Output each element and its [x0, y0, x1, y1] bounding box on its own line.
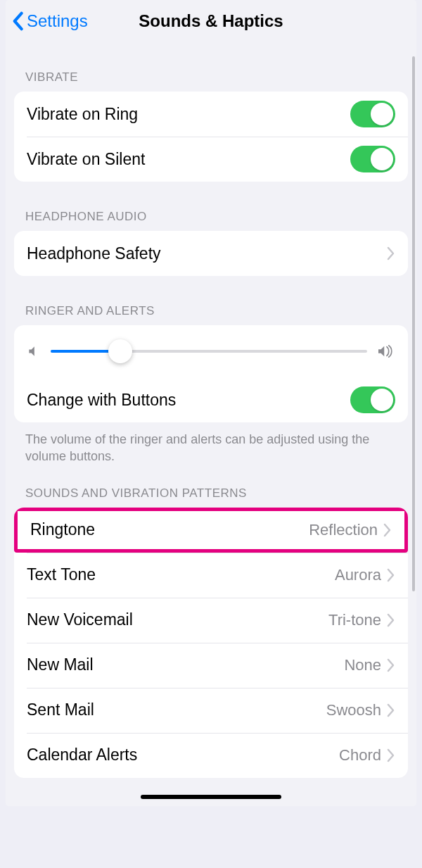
- section-header-headphone: HEADPHONE AUDIO: [6, 182, 416, 231]
- row-label: New Mail: [27, 655, 344, 674]
- chevron-right-icon: [387, 568, 395, 582]
- group-ringer: Change with Buttons: [14, 325, 408, 422]
- chevron-left-icon: [11, 11, 24, 31]
- row-value: Reflection: [309, 521, 378, 539]
- footer-note-ringer: The volume of the ringer and alerts can …: [6, 422, 416, 468]
- group-headphone: Headphone Safety: [14, 231, 408, 276]
- slider-thumb[interactable]: [108, 339, 132, 363]
- row-label: New Voicemail: [27, 610, 328, 629]
- row-label: Calendar Alerts: [27, 746, 339, 765]
- toggle-vibrate-on-ring[interactable]: [350, 101, 395, 127]
- row-vibrate-on-ring[interactable]: Vibrate on Ring: [14, 92, 408, 137]
- volume-high-icon: [377, 344, 395, 359]
- back-label: Settings: [27, 11, 88, 31]
- row-label: Vibrate on Silent: [27, 150, 350, 169]
- row-value: Tri-tone: [328, 611, 381, 629]
- toggle-change-with-buttons[interactable]: [350, 386, 395, 413]
- back-button[interactable]: Settings: [11, 11, 88, 31]
- chevron-right-icon: [387, 658, 395, 672]
- chevron-right-icon: [387, 613, 395, 627]
- row-label: Headphone Safety: [27, 244, 387, 263]
- chevron-right-icon: [387, 246, 395, 260]
- group-vibrate: Vibrate on Ring Vibrate on Silent: [14, 92, 408, 182]
- row-change-with-buttons[interactable]: Change with Buttons: [14, 377, 408, 422]
- toggle-vibrate-on-silent[interactable]: [350, 146, 395, 172]
- settings-screen: Settings Sounds & Haptics VIBRATE Vibrat…: [6, 0, 416, 806]
- navbar: Settings Sounds & Haptics: [6, 0, 416, 42]
- group-patterns: RingtoneReflectionText ToneAuroraNew Voi…: [14, 508, 408, 778]
- row-label: Change with Buttons: [27, 391, 350, 410]
- row-volume-slider: [14, 325, 408, 377]
- row-label: Ringtone: [30, 520, 309, 539]
- row-value: Swoosh: [326, 701, 381, 719]
- volume-low-icon: [27, 344, 41, 358]
- row-label: Sent Mail: [27, 700, 326, 719]
- home-indicator: [141, 795, 281, 799]
- row-headphone-safety[interactable]: Headphone Safety: [14, 231, 408, 276]
- row-text-tone[interactable]: Text ToneAurora: [14, 553, 408, 598]
- row-value: None: [344, 656, 381, 674]
- volume-slider[interactable]: [51, 350, 367, 353]
- chevron-right-icon: [387, 748, 395, 762]
- row-vibrate-on-silent[interactable]: Vibrate on Silent: [14, 137, 408, 182]
- chevron-right-icon: [387, 703, 395, 717]
- row-new-voicemail[interactable]: New VoicemailTri-tone: [14, 598, 408, 643]
- section-header-patterns: SOUNDS AND VIBRATION PATTERNS: [6, 468, 416, 508]
- row-label: Text Tone: [27, 565, 335, 584]
- row-calendar-alerts[interactable]: Calendar AlertsChord: [14, 733, 408, 778]
- section-header-vibrate: VIBRATE: [6, 42, 416, 92]
- chevron-right-icon: [383, 523, 392, 537]
- row-value: Chord: [339, 746, 381, 765]
- row-new-mail[interactable]: New MailNone: [14, 643, 408, 688]
- row-label: Vibrate on Ring: [27, 105, 350, 124]
- row-ringtone[interactable]: RingtoneReflection: [14, 508, 408, 553]
- row-sent-mail[interactable]: Sent MailSwoosh: [14, 688, 408, 733]
- section-header-ringer: RINGER AND ALERTS: [6, 276, 416, 325]
- row-value: Aurora: [335, 566, 381, 584]
- scroll-indicator: [412, 56, 415, 591]
